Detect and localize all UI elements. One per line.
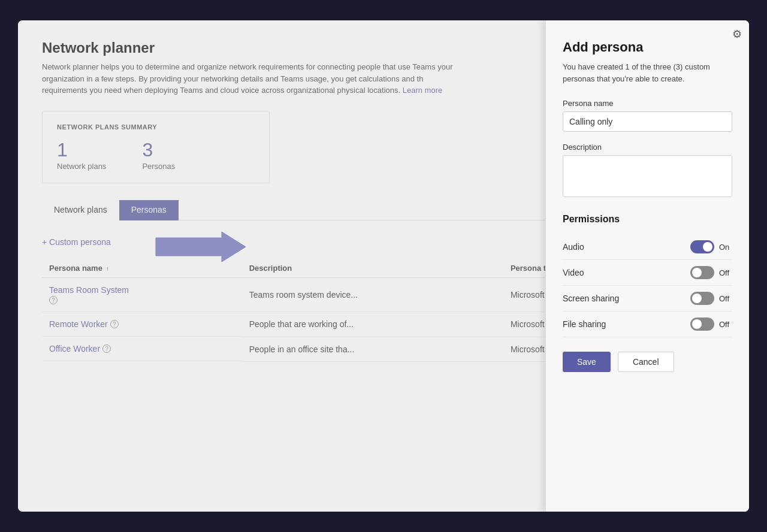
- persona-name-input[interactable]: [563, 111, 732, 132]
- add-persona-panel: ⚙ Add persona You have created 1 of the …: [545, 20, 749, 512]
- description-input[interactable]: [563, 155, 732, 197]
- screen-sharing-toggle-state: Off: [719, 294, 732, 303]
- file-sharing-label: File sharing: [563, 319, 606, 329]
- permission-screen-sharing: Screen sharing Off: [563, 286, 732, 312]
- overlay-background: [18, 20, 545, 512]
- panel-buttons: Save Cancel: [563, 352, 732, 372]
- description-label: Description: [563, 143, 732, 152]
- panel-subtitle: You have created 1 of the three (3) cust…: [563, 61, 732, 84]
- screen-sharing-toggle[interactable]: [690, 292, 714, 305]
- save-button[interactable]: Save: [563, 352, 611, 372]
- video-label: Video: [563, 268, 584, 277]
- audio-toggle-state: On: [719, 243, 732, 252]
- video-toggle-group: Off: [690, 266, 732, 279]
- permissions-title: Permissions: [563, 214, 732, 225]
- persona-name-label: Persona name: [563, 99, 732, 108]
- panel-title: Add persona: [563, 40, 732, 55]
- permission-video: Video Off: [563, 260, 732, 286]
- cancel-button[interactable]: Cancel: [618, 352, 674, 372]
- audio-label: Audio: [563, 242, 584, 252]
- video-toggle-state: Off: [719, 268, 732, 277]
- audio-toggle[interactable]: [690, 240, 714, 253]
- screen-sharing-toggle-group: Off: [690, 292, 732, 305]
- video-toggle[interactable]: [690, 266, 714, 279]
- file-sharing-toggle[interactable]: [690, 318, 714, 331]
- permission-file-sharing: File sharing Off: [563, 312, 732, 337]
- screen-sharing-label: Screen sharing: [563, 294, 619, 303]
- permission-audio: Audio On: [563, 234, 732, 260]
- file-sharing-toggle-state: Off: [719, 320, 732, 329]
- gear-icon[interactable]: ⚙: [732, 28, 742, 41]
- audio-toggle-group: On: [690, 240, 732, 253]
- file-sharing-toggle-group: Off: [690, 318, 732, 331]
